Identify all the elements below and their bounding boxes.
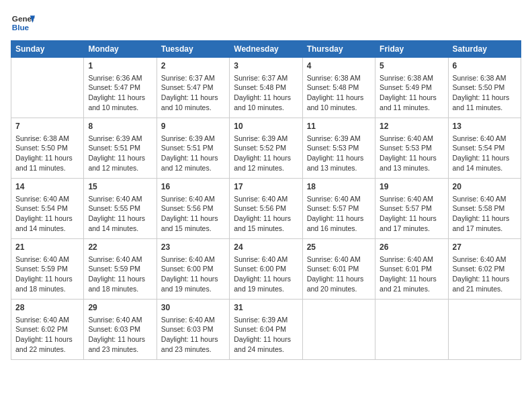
day-info-line: Sunrise: 6:36 AM bbox=[88, 73, 152, 83]
day-info-line: Sunrise: 6:40 AM bbox=[88, 194, 152, 204]
day-number: 1 bbox=[88, 60, 152, 72]
calendar-cell: 20Sunrise: 6:40 AMSunset: 5:58 PMDayligh… bbox=[448, 179, 521, 239]
calendar-cell: 7Sunrise: 6:38 AMSunset: 5:50 PMDaylight… bbox=[11, 118, 84, 179]
day-number: 15 bbox=[88, 181, 152, 193]
day-info-line: Sunset: 5:57 PM bbox=[307, 203, 371, 214]
day-info-line: Sunrise: 6:40 AM bbox=[88, 255, 152, 265]
day-info-line: and 11 minutes. bbox=[15, 163, 79, 173]
day-number: 3 bbox=[234, 60, 298, 72]
day-info-line: and 15 minutes. bbox=[161, 224, 225, 234]
day-info-line: Sunrise: 6:40 AM bbox=[88, 315, 152, 325]
calendar-cell: 15Sunrise: 6:40 AMSunset: 5:55 PMDayligh… bbox=[84, 179, 157, 239]
day-number: 9 bbox=[161, 121, 225, 132]
day-number: 11 bbox=[307, 121, 371, 132]
day-info-line: Sunset: 6:02 PM bbox=[453, 264, 517, 274]
day-info-line: and 18 minutes. bbox=[88, 284, 152, 294]
day-info-line: Daylight: 11 hours bbox=[380, 93, 443, 103]
calendar-cell bbox=[375, 300, 448, 360]
day-info-line: and 21 minutes. bbox=[380, 284, 443, 294]
day-info-line: Sunrise: 6:40 AM bbox=[380, 255, 443, 265]
day-info-line: Sunrise: 6:38 AM bbox=[380, 73, 443, 83]
day-info-line: Daylight: 11 hours bbox=[380, 274, 443, 284]
day-number: 6 bbox=[453, 60, 517, 72]
day-info-line: Sunrise: 6:40 AM bbox=[453, 194, 517, 204]
day-info-line: Sunset: 5:53 PM bbox=[307, 143, 371, 153]
day-info-line: Sunrise: 6:40 AM bbox=[380, 134, 443, 144]
day-info-line: Sunset: 5:50 PM bbox=[15, 143, 79, 153]
day-info-line: Daylight: 11 hours bbox=[307, 274, 371, 284]
calendar-cell: 11Sunrise: 6:39 AMSunset: 5:53 PMDayligh… bbox=[302, 118, 375, 179]
day-info-line: Daylight: 11 hours bbox=[15, 274, 79, 284]
calendar-cell: 1Sunrise: 6:36 AMSunset: 5:47 PMDaylight… bbox=[84, 58, 157, 118]
day-info-line: and 13 minutes. bbox=[307, 163, 371, 173]
day-info-line: Sunset: 6:01 PM bbox=[307, 264, 371, 274]
day-info-line: and 21 minutes. bbox=[453, 284, 517, 294]
day-info-line: Daylight: 11 hours bbox=[380, 214, 443, 224]
day-info-line: Sunrise: 6:40 AM bbox=[161, 315, 225, 325]
calendar-cell: 23Sunrise: 6:40 AMSunset: 6:00 PMDayligh… bbox=[157, 239, 229, 300]
day-number: 22 bbox=[88, 242, 152, 253]
day-info-line: and 14 minutes. bbox=[15, 224, 79, 234]
day-info-line: and 23 minutes. bbox=[161, 345, 225, 355]
calendar-cell bbox=[302, 300, 375, 360]
day-number: 17 bbox=[234, 181, 298, 193]
day-header-wednesday: Wednesday bbox=[230, 41, 302, 58]
day-header-tuesday: Tuesday bbox=[157, 41, 229, 58]
day-number: 14 bbox=[15, 181, 79, 193]
calendar-cell: 5Sunrise: 6:38 AMSunset: 5:49 PMDaylight… bbox=[375, 58, 448, 118]
day-number: 4 bbox=[307, 60, 371, 72]
day-info-line: and 12 minutes. bbox=[161, 163, 225, 173]
day-info-line: and 16 minutes. bbox=[307, 224, 371, 234]
day-number: 31 bbox=[234, 302, 298, 314]
day-number: 18 bbox=[307, 181, 371, 193]
day-info-line: Daylight: 11 hours bbox=[453, 274, 517, 284]
calendar-cell: 18Sunrise: 6:40 AMSunset: 5:57 PMDayligh… bbox=[302, 179, 375, 239]
day-info-line: Sunset: 5:53 PM bbox=[380, 143, 443, 153]
day-number: 27 bbox=[453, 242, 517, 253]
day-info-line: Sunrise: 6:38 AM bbox=[307, 73, 371, 83]
day-number: 10 bbox=[234, 121, 298, 132]
day-number: 16 bbox=[161, 181, 225, 193]
calendar-cell bbox=[448, 300, 521, 360]
calendar-cell: 16Sunrise: 6:40 AMSunset: 5:56 PMDayligh… bbox=[157, 179, 229, 239]
logo-icon: General Blue bbox=[11, 11, 35, 35]
day-info-line: Sunrise: 6:40 AM bbox=[307, 255, 371, 265]
day-info-line: Sunset: 6:00 PM bbox=[234, 264, 298, 274]
day-info-line: Daylight: 11 hours bbox=[15, 214, 79, 224]
day-info-line: Sunset: 6:00 PM bbox=[161, 264, 225, 274]
day-info-line: Daylight: 11 hours bbox=[234, 274, 298, 284]
day-info-line: Daylight: 11 hours bbox=[161, 93, 225, 103]
week-row-5: 28Sunrise: 6:40 AMSunset: 6:02 PMDayligh… bbox=[11, 300, 521, 360]
day-info-line: and 19 minutes. bbox=[234, 284, 298, 294]
day-info-line: and 23 minutes. bbox=[88, 345, 152, 355]
day-info-line: Sunset: 5:55 PM bbox=[88, 203, 152, 214]
day-header-friday: Friday bbox=[375, 41, 448, 58]
day-info-line: Daylight: 11 hours bbox=[307, 93, 371, 103]
page-header: General Blue bbox=[11, 11, 521, 35]
day-info-line: Sunset: 5:49 PM bbox=[380, 83, 443, 93]
day-info-line: Sunset: 5:56 PM bbox=[234, 203, 298, 214]
day-header-thursday: Thursday bbox=[302, 41, 375, 58]
calendar-cell: 25Sunrise: 6:40 AMSunset: 6:01 PMDayligh… bbox=[302, 239, 375, 300]
day-info-line: and 14 minutes. bbox=[88, 224, 152, 234]
calendar-cell: 30Sunrise: 6:40 AMSunset: 6:03 PMDayligh… bbox=[157, 300, 229, 360]
day-info-line: Sunset: 5:47 PM bbox=[88, 83, 152, 93]
day-info-line: Sunset: 5:54 PM bbox=[453, 143, 517, 153]
day-info-line: Daylight: 11 hours bbox=[161, 153, 225, 163]
day-info-line: and 10 minutes. bbox=[88, 103, 152, 113]
day-info-line: and 24 minutes. bbox=[234, 345, 298, 355]
calendar-cell: 13Sunrise: 6:40 AMSunset: 5:54 PMDayligh… bbox=[448, 118, 521, 179]
day-header-saturday: Saturday bbox=[448, 41, 521, 58]
day-info-line: and 15 minutes. bbox=[234, 224, 298, 234]
day-info-line: Sunset: 5:56 PM bbox=[161, 203, 225, 214]
calendar-cell: 28Sunrise: 6:40 AMSunset: 6:02 PMDayligh… bbox=[11, 300, 84, 360]
calendar-cell: 31Sunrise: 6:39 AMSunset: 6:04 PMDayligh… bbox=[230, 300, 302, 360]
day-number: 13 bbox=[453, 121, 517, 132]
day-number: 30 bbox=[161, 302, 225, 314]
day-info-line: Sunrise: 6:37 AM bbox=[161, 73, 225, 83]
calendar-cell: 22Sunrise: 6:40 AMSunset: 5:59 PMDayligh… bbox=[84, 239, 157, 300]
day-number: 25 bbox=[307, 242, 371, 253]
day-info-line: Sunrise: 6:39 AM bbox=[234, 315, 298, 325]
day-info-line: Daylight: 11 hours bbox=[88, 93, 152, 103]
day-number: 29 bbox=[88, 302, 152, 314]
